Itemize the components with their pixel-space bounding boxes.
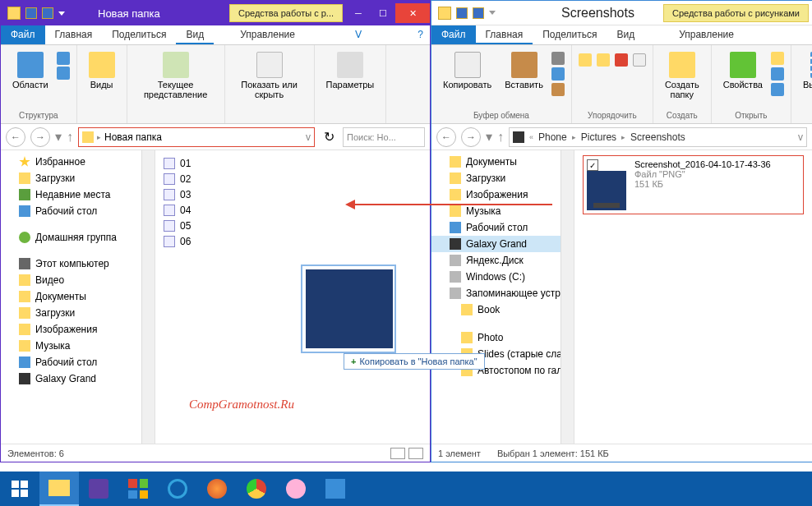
nav-galaxy[interactable]: Galaxy Grand: [431, 236, 574, 252]
nav-downloads[interactable]: Загрузки: [1, 170, 155, 186]
tab-share[interactable]: Поделиться: [533, 25, 607, 44]
qat-dropdown-icon[interactable]: [58, 12, 65, 16]
taskbar-app[interactable]: [316, 472, 355, 506]
tab-view[interactable]: Вид: [176, 25, 214, 44]
view-large-icon[interactable]: [408, 448, 423, 459]
forward-button[interactable]: →: [461, 127, 481, 147]
tab-manage[interactable]: Управление: [669, 25, 744, 44]
show-hide-button[interactable]: Показать или скрыть: [232, 48, 307, 103]
properties-button[interactable]: Свойства: [718, 48, 768, 96]
nav-pictures[interactable]: Изображения: [1, 321, 155, 338]
tab-home[interactable]: Главная: [476, 25, 533, 44]
up-button[interactable]: ↑: [67, 130, 73, 145]
file-item[interactable]: 06: [164, 233, 422, 249]
nav-downloads[interactable]: Загрузки: [1, 305, 155, 321]
file-item[interactable]: 02: [164, 171, 422, 186]
nav-pane-button[interactable]: Области: [7, 48, 53, 93]
current-view-button[interactable]: Текущее представление: [134, 48, 218, 103]
back-button[interactable]: ←: [436, 127, 456, 147]
nav-scrollbar[interactable]: [561, 150, 574, 444]
nav-scrollbar[interactable]: [141, 150, 155, 444]
options-button[interactable]: Параметры: [321, 48, 380, 93]
select-button[interactable]: Выделить: [798, 48, 812, 93]
back-button[interactable]: ←: [6, 127, 25, 147]
contextual-tools-tab[interactable]: Средства работы с р...: [229, 4, 343, 22]
edit-icon[interactable]: [771, 67, 784, 80]
taskbar-app[interactable]: [276, 472, 316, 506]
tab-file[interactable]: Файл: [431, 25, 476, 44]
nav-galaxy[interactable]: Galaxy Grand: [1, 370, 155, 387]
nav-desktop[interactable]: Рабочий стол: [1, 203, 155, 219]
nav-desktop[interactable]: Рабочий стол: [431, 219, 574, 236]
cut-icon[interactable]: [551, 52, 565, 65]
history-icon[interactable]: [771, 83, 784, 96]
nav-video[interactable]: Видео: [1, 272, 155, 288]
nav-music[interactable]: Музыка: [1, 338, 155, 354]
qat-icon[interactable]: [25, 7, 37, 19]
taskbar-app[interactable]: [79, 472, 118, 506]
contextual-tools-tab[interactable]: Средства работы с рисунками: [663, 4, 809, 22]
tab-share[interactable]: Поделиться: [102, 25, 176, 44]
views-button[interactable]: Виды: [84, 48, 120, 93]
paste-button[interactable]: Вставить: [500, 48, 548, 96]
copy-to-icon[interactable]: [597, 53, 610, 67]
titlebar[interactable]: Новая папка Средства работы с р... ─ ☐ ✕: [1, 1, 430, 25]
ribbon-collapse-icon[interactable]: ᐯ: [348, 25, 368, 44]
taskbar-explorer[interactable]: [39, 472, 79, 506]
qat-icon[interactable]: [473, 7, 484, 19]
nav-desktop[interactable]: Рабочий стол: [1, 354, 155, 370]
help-icon[interactable]: ?: [411, 25, 430, 44]
delete-icon[interactable]: [615, 53, 628, 67]
file-tile[interactable]: ✓ Screenshot_2016-04-10-17-43-36 Файл "P…: [583, 155, 804, 214]
file-checkbox[interactable]: ✓: [587, 159, 598, 171]
qat-dropdown-icon[interactable]: [489, 11, 496, 15]
items-pane[interactable]: ✓ Screenshot_2016-04-10-17-43-36 Файл "P…: [574, 150, 812, 444]
address-field[interactable]: ▸ Новая папка v: [78, 127, 315, 147]
nav-pictures[interactable]: Изображения: [431, 186, 574, 203]
paste-shortcut-icon[interactable]: [551, 83, 565, 96]
nav-book[interactable]: Book: [431, 301, 574, 318]
nav-yandex[interactable]: Яндекс.Диск: [431, 252, 574, 269]
nav-downloads[interactable]: Загрузки: [431, 170, 574, 186]
qat-icon[interactable]: [456, 7, 468, 19]
titlebar[interactable]: Screenshots Средства работы с рисунками: [431, 1, 812, 25]
nav-favorites[interactable]: Избранное: [1, 154, 155, 170]
recent-locations-icon[interactable]: ▾: [55, 129, 62, 145]
new-folder-button[interactable]: Создать папку: [660, 48, 704, 103]
copy-button[interactable]: Копировать: [438, 48, 496, 96]
address-field[interactable]: « Phone▸ Pictures▸ Screenshots v: [509, 127, 807, 147]
recent-locations-icon[interactable]: ▾: [486, 129, 492, 145]
tab-file[interactable]: Файл: [1, 25, 45, 44]
copy-path-icon[interactable]: [551, 67, 565, 80]
tab-home[interactable]: Главная: [45, 25, 103, 44]
forward-button[interactable]: →: [30, 127, 50, 147]
tab-view[interactable]: Вид: [607, 25, 644, 44]
file-item[interactable]: 03: [164, 186, 422, 202]
file-item[interactable]: 05: [164, 218, 422, 233]
start-button[interactable]: [0, 472, 39, 506]
rename-icon[interactable]: [633, 53, 646, 67]
open-icon[interactable]: [771, 52, 784, 65]
nav-recent[interactable]: Недавние места: [1, 186, 155, 203]
refresh-button[interactable]: ↻: [320, 128, 338, 146]
details-pane-icon[interactable]: [57, 67, 70, 80]
view-details-icon[interactable]: [390, 448, 405, 459]
nav-windows-c[interactable]: Windows (C:): [431, 269, 574, 285]
taskbar-app[interactable]: [118, 472, 158, 506]
nav-storage[interactable]: Запоминающее устр: [431, 285, 574, 301]
minimize-button[interactable]: ─: [346, 3, 371, 23]
up-button[interactable]: ↑: [497, 130, 504, 145]
search-field[interactable]: Поиск: Но...: [343, 127, 425, 147]
nav-homegroup[interactable]: Домашняя группа: [1, 229, 155, 246]
move-to-icon[interactable]: [579, 53, 592, 67]
qat-icon[interactable]: [42, 7, 53, 19]
nav-photo[interactable]: Photo: [431, 329, 574, 346]
preview-pane-icon[interactable]: [57, 52, 70, 65]
nav-music[interactable]: Музыка: [431, 203, 574, 219]
nav-documents[interactable]: Документы: [1, 288, 155, 305]
nav-documents[interactable]: Документы: [431, 154, 574, 170]
taskbar-chrome[interactable]: [237, 472, 276, 506]
file-item[interactable]: 01: [164, 155, 422, 171]
taskbar-ie[interactable]: [158, 472, 197, 506]
taskbar-firefox[interactable]: [197, 472, 237, 506]
